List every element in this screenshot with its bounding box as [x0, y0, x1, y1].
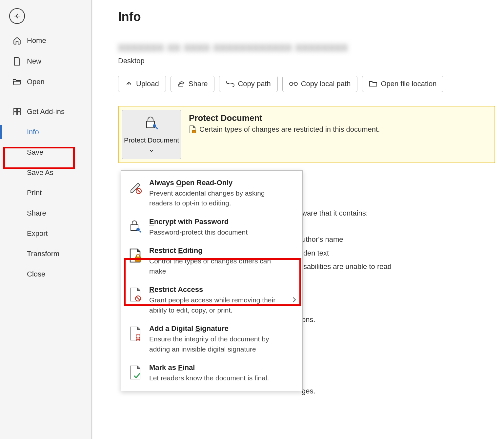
nav-label: Transform	[27, 250, 59, 258]
protect-button-label: Protect Document ⌄	[124, 136, 179, 154]
menu-title: Mark as Final	[149, 363, 296, 372]
protect-heading: Protect Document	[189, 113, 380, 123]
svg-point-7	[153, 124, 156, 127]
addins-icon	[12, 108, 22, 116]
nav-export[interactable]: Export	[0, 223, 91, 244]
nav-label: Close	[27, 270, 45, 278]
nav-label: Home	[27, 36, 46, 45]
upload-icon	[125, 80, 133, 87]
menu-desc: Control the types of changes others can …	[149, 256, 280, 276]
menu-desc: Ensure the integrity of the document by …	[149, 334, 280, 354]
chevron-right-icon	[292, 296, 296, 304]
doc-ribbon-icon	[128, 324, 143, 341]
nav-list-top: Home New Open	[0, 30, 91, 92]
upload-button[interactable]: Upload	[118, 76, 166, 92]
protect-document-card: Protect Document ⌄ Protect Document Cert…	[118, 106, 495, 163]
menu-desc: Let readers know the document is final.	[149, 373, 280, 383]
protect-document-dropdown: Always Open Read-Only Prevent accidental…	[121, 170, 303, 391]
menu-title: Always Open Read-Only	[149, 179, 296, 187]
menu-restrict-access[interactable]: Restrict Access Grant people access whil…	[121, 281, 302, 320]
nav-label: New	[27, 57, 41, 66]
button-label: Upload	[136, 80, 159, 88]
back-button[interactable]	[9, 8, 25, 24]
nav-separator	[11, 98, 81, 98]
doc-lock-icon	[189, 125, 196, 134]
svg-rect-12	[135, 257, 141, 261]
doc-check-icon	[128, 363, 143, 380]
background-inspect-text: ware that it contains: uthor's name lden…	[302, 206, 392, 398]
document-location: Desktop	[118, 57, 504, 65]
nav-label: Get Add-ins	[27, 107, 65, 116]
home-icon	[12, 36, 22, 45]
nav-share[interactable]: Share	[0, 203, 91, 223]
pencil-no-icon	[128, 179, 143, 194]
svg-rect-0	[14, 108, 17, 111]
button-label: Copy path	[238, 80, 271, 88]
menu-title: Add a Digital Signature	[149, 324, 296, 333]
nav-list-bottom: Get Add-ins Info Save Save As Print Shar…	[0, 102, 91, 284]
share-button[interactable]: Share	[171, 76, 215, 92]
button-label: Share	[189, 80, 208, 88]
nav-new[interactable]: New	[0, 51, 91, 72]
protect-document-button[interactable]: Protect Document ⌄	[122, 110, 181, 159]
nav-info[interactable]: Info	[0, 122, 91, 142]
nav-label: Export	[27, 229, 48, 238]
share-icon	[177, 80, 185, 87]
svg-rect-2	[14, 112, 17, 115]
nav-label: Share	[27, 209, 46, 218]
nav-save[interactable]: Save	[0, 142, 91, 162]
menu-title: Encrypt with Password	[149, 218, 296, 226]
nav-close[interactable]: Close	[0, 264, 91, 284]
menu-always-open-readonly[interactable]: Always Open Read-Only Prevent accidental…	[121, 174, 302, 213]
link-icon	[289, 81, 298, 87]
menu-mark-as-final[interactable]: Mark as Final Let readers know the docum…	[121, 359, 302, 388]
page-title: Info	[118, 10, 504, 24]
document-action-row: Upload Share Copy path Copy local path O…	[118, 76, 504, 92]
chevron-down-icon: ⌄	[149, 145, 154, 153]
lock-key-icon	[144, 116, 159, 131]
folder-open-icon	[12, 78, 22, 86]
nav-open[interactable]: Open	[0, 72, 91, 92]
nav-label: Print	[27, 189, 42, 197]
nav-print[interactable]: Print	[0, 183, 91, 203]
protect-card-body: Protect Document Certain types of change…	[189, 110, 380, 159]
menu-title: Restrict Access	[149, 285, 296, 294]
nav-addins[interactable]: Get Add-ins	[0, 102, 91, 122]
open-file-location-button[interactable]: Open file location	[362, 76, 443, 92]
menu-digital-signature[interactable]: Add a Digital Signature Ensure the integ…	[121, 320, 302, 359]
nav-home[interactable]: Home	[0, 30, 91, 51]
doc-no-icon	[128, 285, 143, 302]
button-label: Copy local path	[301, 80, 351, 88]
menu-restrict-editing[interactable]: Restrict Editing Control the types of ch…	[121, 242, 302, 281]
nav-transform[interactable]: Transform	[0, 244, 91, 264]
nav-label: Save	[27, 148, 43, 157]
button-label: Open file location	[381, 80, 436, 88]
arrow-left-icon	[13, 12, 21, 20]
nav-label: Open	[27, 78, 45, 86]
new-doc-icon	[12, 57, 22, 66]
lock-key-icon	[128, 218, 143, 233]
copy-local-path-button[interactable]: Copy local path	[282, 76, 358, 92]
link-icon	[226, 81, 234, 87]
nav-saveas[interactable]: Save As	[0, 162, 91, 183]
folder-icon	[369, 81, 377, 87]
svg-rect-1	[17, 108, 20, 111]
svg-point-11	[136, 228, 140, 231]
nav-label: Info	[27, 128, 39, 136]
svg-rect-3	[17, 112, 20, 115]
menu-encrypt-password[interactable]: Encrypt with Password Password-protect t…	[121, 213, 302, 242]
document-title-blurred: xxxxxxx xx xxxx xxxxxxxxxxxx xxxxxxxx	[118, 40, 504, 54]
protect-description: Certain types of changes are restricted …	[199, 125, 380, 134]
menu-desc: Prevent accidental changes by asking rea…	[149, 188, 280, 208]
menu-desc: Password-protect this document	[149, 227, 280, 237]
menu-title: Restrict Editing	[149, 246, 296, 255]
copy-path-button[interactable]: Copy path	[219, 76, 277, 92]
svg-rect-8	[192, 130, 195, 133]
backstage-sidebar: Home New Open Get Add-ins Info Save Save…	[0, 0, 92, 439]
menu-desc: Grant people access while removing their…	[149, 295, 280, 315]
nav-label: Save As	[27, 168, 53, 177]
doc-lock-icon	[128, 246, 143, 263]
